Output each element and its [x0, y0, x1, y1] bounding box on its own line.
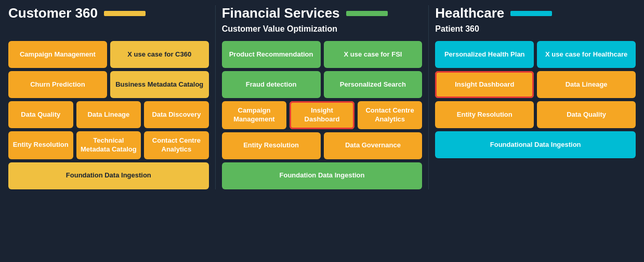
divider-0: [215, 5, 216, 189]
tile-healthcare-0-0[interactable]: Personalized Health Plan: [435, 41, 534, 68]
tile-customer360-0-0[interactable]: Campaign Management: [8, 41, 107, 68]
tile-financial-3-1[interactable]: Data Governance: [324, 132, 423, 159]
sub-title-customer360: [8, 24, 209, 36]
tile-financial-2-1[interactable]: Insight Dashboard: [290, 101, 354, 129]
color-bar-customer360: [104, 11, 146, 16]
row-customer360-1: Churn PredictionBusiness Metadata Catalo…: [8, 71, 209, 98]
tile-customer360-3-2[interactable]: Contact Centre Analytics: [144, 131, 209, 159]
tile-customer360-3-1[interactable]: Technical Metadata Catalog: [76, 131, 141, 159]
title-customer360: Customer 360: [8, 5, 98, 21]
column-customer360: Customer 360Campaign ManagementX use cas…: [4, 5, 213, 189]
sub-title-financial: Customer Value Optimization: [222, 24, 423, 36]
column-healthcare: HealthcarePatient 360Personalized Health…: [431, 5, 640, 189]
color-bar-financial: [346, 11, 388, 16]
tile-healthcare-1-1[interactable]: Data Lineage: [537, 71, 636, 98]
row-customer360-0: Campaign ManagementX use case for C360: [8, 41, 209, 68]
tile-customer360-2-0[interactable]: Data Quality: [8, 101, 73, 128]
column-financial: Financial ServicesCustomer Value Optimiz…: [218, 5, 427, 189]
row-financial-1: Fraud detectionPersonalized Search: [222, 71, 423, 98]
tile-financial-0-1[interactable]: X use case for FSI: [324, 41, 423, 68]
tile-customer360-1-0[interactable]: Churn Prediction: [8, 71, 107, 98]
row-financial-2: Campaign ManagementInsight DashboardCont…: [222, 101, 423, 129]
row-financial-0: Product RecommendationX use case for FSI: [222, 41, 423, 68]
sub-title-healthcare: Patient 360: [435, 24, 636, 36]
tile-financial-3-0[interactable]: Entity Resolution: [222, 132, 321, 159]
row-customer360-2: Data QualityData LineageData Discovery: [8, 101, 209, 128]
tile-healthcare-2-0[interactable]: Entity Resolution: [435, 101, 534, 128]
section-customer360: Campaign ManagementX use case for C360Ch…: [8, 41, 209, 189]
tile-financial-2-0[interactable]: Campaign Management: [222, 101, 287, 129]
tile-financial-1-0[interactable]: Fraud detection: [222, 71, 321, 98]
tile-healthcare-1-0[interactable]: Insight Dashboard: [435, 71, 534, 98]
tile-healthcare-0-1[interactable]: X use case for Healthcare: [537, 41, 636, 68]
tile-customer360-3-0[interactable]: Entity Resolution: [8, 131, 73, 159]
tile-healthcare-2-1[interactable]: Data Quality: [537, 101, 636, 128]
main-container: Customer 360Campaign ManagementX use cas…: [0, 0, 644, 195]
row-financial-4: Foundation Data Ingestion: [222, 162, 423, 189]
tile-financial-4-0[interactable]: Foundation Data Ingestion: [222, 162, 423, 189]
header-healthcare: Healthcare: [435, 5, 636, 21]
tile-customer360-2-2[interactable]: Data Discovery: [144, 101, 209, 128]
title-healthcare: Healthcare: [435, 5, 504, 21]
tile-financial-0-0[interactable]: Product Recommendation: [222, 41, 321, 68]
tile-customer360-2-1[interactable]: Data Lineage: [76, 101, 141, 128]
row-healthcare-2: Entity ResolutionData Quality: [435, 101, 636, 128]
title-financial: Financial Services: [222, 5, 340, 21]
row-healthcare-0: Personalized Health PlanX use case for H…: [435, 41, 636, 68]
row-customer360-3: Entity ResolutionTechnical Metadata Cata…: [8, 131, 209, 159]
row-customer360-4: Foundation Data Ingestion: [8, 162, 209, 189]
header-financial: Financial Services: [222, 5, 423, 21]
divider-1: [428, 5, 429, 189]
tile-customer360-0-1[interactable]: X use case for C360: [110, 41, 209, 68]
color-bar-healthcare: [510, 11, 552, 16]
tile-financial-1-1[interactable]: Personalized Search: [324, 71, 423, 98]
row-healthcare-1: Insight DashboardData Lineage: [435, 71, 636, 98]
tile-customer360-4-0[interactable]: Foundation Data Ingestion: [8, 162, 209, 189]
header-customer360: Customer 360: [8, 5, 209, 21]
tile-financial-2-2[interactable]: Contact Centre Analytics: [358, 101, 423, 129]
row-healthcare-3: Foundational Data Ingestion: [435, 131, 636, 158]
tile-customer360-1-1[interactable]: Business Metadata Catalog: [110, 71, 209, 98]
tile-healthcare-3-0[interactable]: Foundational Data Ingestion: [435, 131, 636, 158]
section-healthcare: Personalized Health PlanX use case for H…: [435, 41, 636, 158]
row-financial-3: Entity ResolutionData Governance: [222, 132, 423, 159]
section-financial: Product RecommendationX use case for FSI…: [222, 41, 423, 189]
